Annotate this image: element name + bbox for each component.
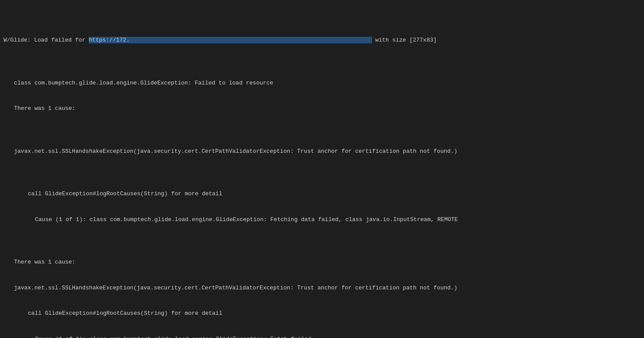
log-line-5: call GlideException#logRootCauses(String… — [3, 190, 641, 198]
log-line-4: javax.net.ssl.SSLHandshakeException(java… — [3, 147, 641, 156]
size-suffix: with size [277x83] — [372, 37, 437, 43]
log-line-9: call GlideException#logRootCauses(String… — [3, 309, 641, 318]
log-line-3: There was 1 cause: — [3, 104, 641, 113]
glide-warning-prefix: W/Glide: Load failed for — [3, 37, 89, 43]
log-line-6: Cause (1 of 1): class com.bumptech.glide… — [3, 215, 641, 224]
log-line-10: Cause (1 of 1): class com.bumptech.glide… — [3, 335, 641, 338]
log-container: W/Glide: Load failed for https://172. wi… — [0, 0, 644, 338]
log-line-7: There was 1 cause: — [3, 258, 641, 267]
log-line-2: class com.bumptech.glide.load.engine.Gli… — [3, 79, 641, 88]
url-highlight: https://172. — [89, 37, 372, 43]
log-line-1: W/Glide: Load failed for https://172. wi… — [3, 36, 641, 45]
log-line-8: javax.net.ssl.SSLHandshakeException(java… — [3, 284, 641, 292]
